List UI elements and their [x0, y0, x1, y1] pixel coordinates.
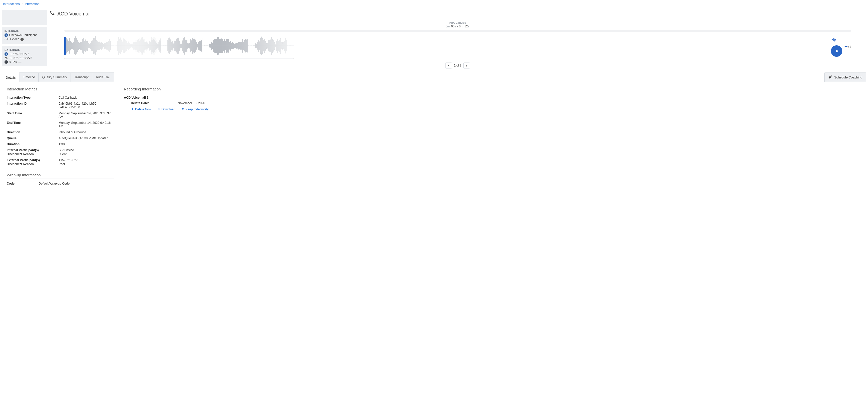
wrapup-code-label: Code — [7, 182, 34, 185]
svg-point-1 — [6, 53, 7, 54]
metric-start-value: Monday, September 14, 2020 9:38:37 AM — [59, 111, 114, 119]
metric-end-value: Monday, September 14, 2020 9:40:16 AM — [59, 121, 114, 128]
svg-point-466 — [832, 75, 832, 76]
wrapup-code-value: Default Wrap-up Code — [39, 182, 114, 185]
metric-start-label: Start Time — [7, 111, 54, 119]
metric-internal-participant-value: SIP Device Client — [59, 148, 114, 156]
svg-point-0 — [6, 34, 7, 35]
metric-external-participant-label: External Participant(s) Disconnect Reaso… — [7, 158, 54, 166]
internal-label: INTERNAL — [4, 29, 44, 32]
tab-transcript[interactable]: Transcript — [70, 72, 92, 82]
external-phone-raw: +15752198276 — [9, 52, 29, 56]
pin-icon — [181, 107, 184, 111]
volume-icon[interactable] — [831, 37, 836, 43]
metric-queue-label: Queue — [7, 136, 54, 140]
svg-point-464 — [831, 75, 831, 76]
speed-label: x1 — [848, 45, 851, 48]
metric-direction-label: Direction — [7, 131, 54, 134]
internal-participant-name: Unknown Participant — [9, 33, 37, 37]
pager-text: 1 of 3 — [454, 64, 461, 67]
external-label: EXTERNAL — [4, 48, 44, 51]
trash-icon — [131, 107, 134, 111]
delete-now-link[interactable]: Delete Now — [131, 107, 151, 111]
minus-icon: − — [4, 60, 8, 64]
info-icon[interactable]: i — [21, 38, 24, 41]
whistle-icon — [828, 75, 832, 80]
tab-bar: Details Timeline Quality Summary Transcr… — [2, 72, 114, 82]
breadcrumb: Interactions / Interaction — [0, 0, 868, 8]
keep-indefinitely-link[interactable]: Keep Indefinitely — [181, 107, 208, 111]
schedule-coaching-button[interactable]: Schedule Coaching — [825, 72, 866, 82]
download-icon — [157, 107, 160, 111]
interaction-metrics-heading: Interaction Metrics — [7, 87, 114, 93]
pager-prev-button[interactable] — [445, 63, 452, 68]
metric-duration-value: 1:38 — [59, 142, 114, 146]
metric-external-participant-value: +15752198276 Peer — [59, 158, 114, 166]
svg-rect-468 — [78, 106, 80, 107]
details-panel: Interaction Metrics Interaction Type Cal… — [2, 82, 866, 193]
breadcrumb-current-link[interactable]: Interaction — [25, 2, 40, 6]
metric-duration-label: Duration — [7, 142, 54, 146]
person-icon — [4, 52, 8, 56]
recording-info-heading: Recording Information — [124, 87, 228, 93]
tab-audit-trail[interactable]: Audit Trail — [92, 72, 114, 82]
svg-rect-467 — [79, 106, 80, 108]
waveform-scrollbar[interactable] — [64, 58, 293, 59]
play-button[interactable] — [831, 45, 842, 57]
person-icon — [4, 33, 8, 37]
progress-label: PROGRESS — [64, 21, 851, 24]
internal-participant-card: INTERNAL Unknown Participant SIP Device … — [2, 27, 47, 44]
recording-delete-date-value: November 13, 2020 — [178, 101, 228, 105]
playhead[interactable] — [64, 37, 66, 55]
speed-slider[interactable]: x1 — [846, 41, 851, 53]
metric-queue-value: AutoQueue-iOQ7LwXPjMtcUpdated… — [59, 136, 114, 140]
external-participant-card: EXTERNAL +15752198276 +1 575-219-8276 − … — [2, 46, 47, 66]
tab-timeline[interactable]: Timeline — [19, 72, 39, 82]
metric-id-label: Interaction ID — [7, 102, 54, 109]
recording-delete-date-label: Delete Date: — [131, 101, 173, 105]
download-link[interactable]: Download — [157, 107, 176, 111]
tab-quality-summary[interactable]: Quality Summary — [38, 72, 71, 82]
metric-end-label: End Time — [7, 121, 54, 128]
metric-type-label: Interaction Type — [7, 96, 54, 99]
breadcrumb-separator: / — [22, 2, 23, 6]
phone-icon — [49, 10, 55, 17]
internal-device: SIP Device — [4, 37, 19, 41]
page-title: ACD Voicemail — [57, 11, 91, 17]
progress-bar[interactable] — [64, 30, 851, 32]
breadcrumb-root-link[interactable]: Interactions — [3, 2, 20, 6]
copy-icon[interactable] — [78, 106, 81, 109]
participant-card-empty — [2, 10, 47, 25]
metric-type-value: Call Callback — [59, 96, 114, 99]
metric-internal-participant-label: Internal Participant(s) Disconnect Reaso… — [7, 148, 54, 156]
audio-waveform[interactable] — [64, 35, 825, 57]
tab-details[interactable]: Details — [2, 73, 20, 82]
wrapup-heading: Wrap-up Information — [7, 173, 114, 179]
metric-direction-value: Inbound / Outbound — [59, 131, 114, 134]
external-stat-b: 0% — [13, 60, 17, 64]
recording-name: ACD Voicemail 1 — [124, 96, 228, 99]
phone-outbound-icon — [4, 57, 8, 60]
external-stat-a: 0 — [9, 60, 11, 64]
pager-next-button[interactable] — [463, 63, 470, 68]
metric-id-value: 9ab46b61-4a2d-420b-bb59-8efff9cb6f52 — [59, 102, 114, 109]
progress-time: 0m 00s / 0m 12s — [64, 25, 851, 28]
external-phone-fmt: +1 575-219-8276 — [9, 56, 32, 60]
external-stat-c: — — [19, 60, 22, 64]
